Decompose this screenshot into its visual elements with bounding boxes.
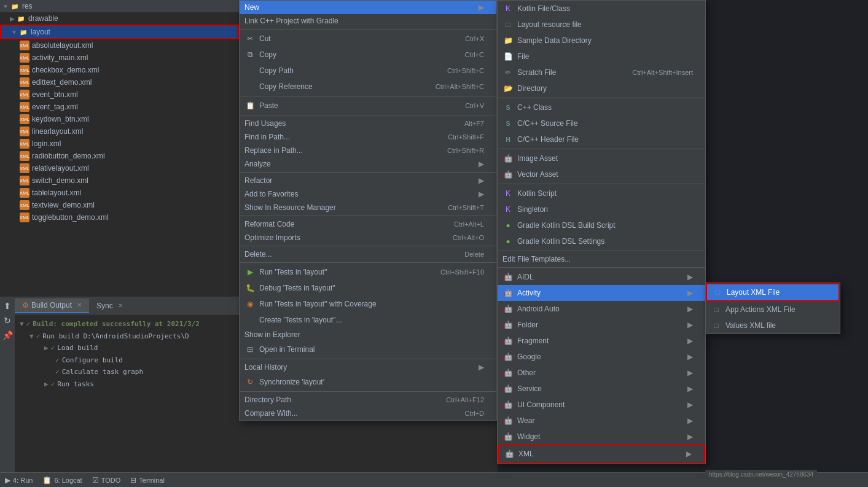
close-build-tab[interactable]: ✕ bbox=[77, 302, 82, 308]
menu-item-cut[interactable]: ✂ Cut Ctrl+X bbox=[240, 31, 496, 47]
menu-item-gradle-build[interactable]: ● Gradle Kotlin DSL Build Script bbox=[498, 217, 705, 233]
toolbar-terminal[interactable]: ⊟ Terminal bbox=[130, 476, 165, 485]
menu-item-kotlin-script[interactable]: K Kotlin Script bbox=[498, 185, 705, 201]
menu-item-copy-path[interactable]: Copy Path Ctrl+Shift+C bbox=[240, 63, 496, 79]
menu-item-cpp-header[interactable]: H C/C++ Header File bbox=[498, 131, 705, 147]
tree-linearlayout[interactable]: XML linearlayout.xml bbox=[0, 125, 239, 138]
xml-file-icon: XML bbox=[20, 90, 29, 99]
tree-radiobutton[interactable]: XML radiobutton_demo.xml bbox=[0, 150, 239, 162]
menu-item-singleton[interactable]: K Singleton bbox=[498, 201, 705, 217]
menu-item-reformat[interactable]: Reformat Code Ctrl+Alt+L bbox=[240, 217, 496, 231]
menu-item-activity[interactable]: 🤖 Activity ▶ bbox=[498, 285, 705, 301]
menu-item-link-cpp[interactable]: Link C++ Project with Gradle bbox=[240, 14, 496, 28]
tree-layout[interactable]: ▼ 📁 layout bbox=[0, 25, 239, 39]
close-sync-tab[interactable]: ✕ bbox=[118, 302, 123, 309]
menu-item-optimize[interactable]: Optimize Imports Ctrl+Alt+O bbox=[240, 231, 496, 244]
tree-drawable[interactable]: ▶ 📁 drawable bbox=[0, 12, 239, 25]
expand-arrow[interactable]: ▼ bbox=[20, 319, 24, 330]
menu-item-copy[interactable]: ⧉ Copy Ctrl+C bbox=[240, 47, 496, 63]
pin2-icon[interactable]: 📌 bbox=[2, 330, 13, 340]
menu-item-sample-data[interactable]: 📁 Sample Data Directory bbox=[498, 33, 705, 49]
xml-file-icon: XML bbox=[20, 151, 29, 161]
toolbar-run[interactable]: ▶ 4: Run bbox=[5, 476, 33, 485]
menu-item-layout-xml-file[interactable]: □ Layout XML File bbox=[706, 283, 840, 302]
menu-item-directory[interactable]: 📂 Directory bbox=[498, 80, 705, 96]
tree-res[interactable]: ▼ 📁 res bbox=[0, 0, 239, 12]
menu-item-create-tests[interactable]: Create 'Tests in 'layout''... bbox=[240, 312, 496, 328]
tree-keydown[interactable]: XML keydown_btn.xml bbox=[0, 113, 239, 125]
kotlin-icon: K bbox=[502, 3, 514, 14]
tree-absolutelayout[interactable]: XML absolutelayout.xml bbox=[0, 39, 239, 52]
tab-sync[interactable]: Sync ✕ bbox=[89, 299, 130, 313]
tree-edittext[interactable]: XML edittext_demo.xml bbox=[0, 76, 239, 88]
expand-arrow2[interactable]: ▼ bbox=[29, 331, 34, 342]
menu-item-find-in-path[interactable]: Find in Path... Ctrl+Shift+F bbox=[240, 130, 496, 144]
menu-item-xml[interactable]: 🤖 XML ▶ bbox=[498, 445, 705, 463]
menu-item-local-history[interactable]: Local History ▶ bbox=[240, 360, 496, 374]
arrow-right-icon: ▶ bbox=[687, 321, 693, 329]
dir-icon: 📂 bbox=[502, 83, 514, 94]
menu-item-ui-component[interactable]: 🤖 UI Component ▶ bbox=[498, 397, 705, 413]
menu-item-app-actions-xml[interactable]: □ App Actions XML File bbox=[706, 302, 840, 318]
menu-item-directory-path[interactable]: Directory Path Ctrl+Alt+F12 bbox=[240, 393, 496, 407]
menu-item-widget[interactable]: 🤖 Widget ▶ bbox=[498, 429, 705, 445]
tree-switch[interactable]: XML switch_demo.xml bbox=[0, 174, 239, 187]
tree-tablelayout[interactable]: XML tablelayout.xml bbox=[0, 187, 239, 199]
menu-item-debug-tests[interactable]: 🐛 Debug 'Tests in 'layout'' bbox=[240, 280, 496, 296]
menu-item-google[interactable]: 🤖 Google ▶ bbox=[498, 349, 705, 365]
menu-item-folder[interactable]: 🤖 Folder ▶ bbox=[498, 317, 705, 333]
side-icons-panel: ⬆ ↻ 📌 bbox=[0, 297, 15, 487]
tree-relativelayout[interactable]: XML relativelayout.xml bbox=[0, 162, 239, 174]
menu-item-cpp-class[interactable]: S C++ Class bbox=[498, 99, 705, 115]
menu-item-delete[interactable]: Delete... Delete bbox=[240, 247, 496, 261]
menu-item-analyze[interactable]: Analyze ▶ bbox=[240, 157, 496, 171]
menu-item-find-usages[interactable]: Find Usages Alt+F7 bbox=[240, 117, 496, 130]
menu-item-image-asset[interactable]: 🤖 Image Asset bbox=[498, 150, 705, 166]
arrow-right-icon: ▶ bbox=[479, 160, 484, 168]
menu-item-replace-in-path[interactable]: Replace in Path... Ctrl+Shift+R bbox=[240, 144, 496, 157]
tree-login[interactable]: XML login.xml bbox=[0, 138, 239, 150]
menu-item-new[interactable]: New ▶ bbox=[240, 1, 496, 14]
menu-item-scratch-file[interactable]: ✏ Scratch File Ctrl+Alt+Shift+Insert bbox=[498, 64, 705, 80]
menu-item-cpp-source[interactable]: S C/C++ Source File bbox=[498, 115, 705, 131]
menu-item-other[interactable]: 🤖 Other ▶ bbox=[498, 365, 705, 381]
menu-item-copy-reference[interactable]: Copy Reference Ctrl+Alt+Shift+C bbox=[240, 79, 496, 95]
menu-item-show-explorer[interactable]: Show in Explorer bbox=[240, 328, 496, 341]
menu-item-edit-templates[interactable]: Edit File Templates... bbox=[498, 252, 705, 266]
tree-activity-main[interactable]: XML activity_main.xml bbox=[0, 52, 239, 64]
tree-checkbox[interactable]: XML checkbox_demo.xml bbox=[0, 64, 239, 76]
menu-item-add-favorites[interactable]: Add to Favorites ▶ bbox=[240, 187, 496, 201]
sync-icon[interactable]: ↻ bbox=[4, 316, 11, 325]
menu-item-vector-asset[interactable]: 🤖 Vector Asset bbox=[498, 166, 705, 182]
menu-item-service[interactable]: 🤖 Service ▶ bbox=[498, 381, 705, 397]
menu-item-wear[interactable]: 🤖 Wear ▶ bbox=[498, 413, 705, 429]
menu-item-android-auto[interactable]: 🤖 Android Auto ▶ bbox=[498, 301, 705, 317]
menu-item-run-tests[interactable]: ▶ Run 'Tests in 'layout'' Ctrl+Shift+F10 bbox=[240, 264, 496, 280]
menu-item-show-resource[interactable]: Show In Resource Manager Ctrl+Shift+T bbox=[240, 201, 496, 214]
menu-item-layout-resource[interactable]: □ Layout resource file bbox=[498, 17, 705, 33]
menu-item-synchronize[interactable]: ↻ Synchronize 'layout' bbox=[240, 374, 496, 390]
menu-item-open-terminal[interactable]: ⊟ Open in Terminal bbox=[240, 341, 496, 357]
tree-event-tag[interactable]: XML event_tag.xml bbox=[0, 101, 239, 113]
toolbar-todo[interactable]: ☑ TODO bbox=[92, 476, 121, 485]
menu-item-refactor[interactable]: Refactor ▶ bbox=[240, 174, 496, 187]
menu-item-gradle-settings[interactable]: ● Gradle Kotlin DSL Settings bbox=[498, 233, 705, 249]
menu-item-paste[interactable]: 📋 Paste Ctrl+V bbox=[240, 98, 496, 114]
toolbar-logcat[interactable]: 📋 6: Logcat bbox=[42, 476, 82, 485]
android-folder-icon: 🤖 bbox=[502, 319, 514, 330]
menu-item-values-xml[interactable]: □ Values XML file bbox=[706, 318, 840, 333]
pin-icon[interactable]: ⬆ bbox=[4, 301, 11, 311]
tab-build-output[interactable]: ⚙ Build Output ✕ bbox=[15, 298, 89, 313]
tree-togglebutton[interactable]: XML togglebutton_demo.xml bbox=[0, 211, 239, 224]
menu-item-compare[interactable]: Compare With... Ctrl+D bbox=[240, 407, 496, 420]
menu-item-file[interactable]: 📄 File bbox=[498, 49, 705, 64]
menu-item-kotlin-file[interactable]: K Kotlin File/Class bbox=[498, 1, 705, 17]
expand-arrow4[interactable]: ▶ bbox=[44, 379, 49, 390]
menu-item-run-coverage[interactable]: ◉ Run 'Tests in 'layout'' with Coverage bbox=[240, 296, 496, 312]
expand-arrow3[interactable]: ▶ bbox=[44, 343, 49, 354]
tree-event-btn[interactable]: XML event_btn.xml bbox=[0, 88, 239, 101]
scratch-icon: ✏ bbox=[502, 67, 514, 78]
tree-textview[interactable]: XML textview_demo.xml bbox=[0, 199, 239, 211]
menu-item-fragment[interactable]: 🤖 Fragment ▶ bbox=[498, 333, 705, 349]
menu-item-aidl[interactable]: 🤖 AIDL ▶ bbox=[498, 269, 705, 285]
